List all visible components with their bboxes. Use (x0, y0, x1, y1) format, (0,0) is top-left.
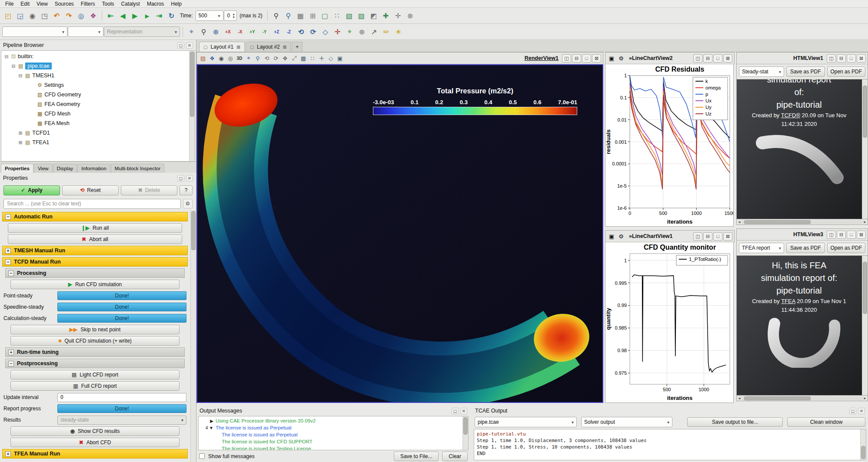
pan-icon[interactable]: ✥ (281, 54, 289, 63)
message-row[interactable]: The license is issued as Perpetual (200, 431, 462, 438)
light-kit-icon[interactable]: ☀ (392, 26, 404, 38)
close-dock-icon[interactable]: ✕ (460, 408, 467, 414)
last-frame-icon[interactable]: ⇥ (153, 10, 165, 22)
open-as-pdf-button[interactable]: Open as PDF (827, 66, 866, 77)
message-row[interactable]: ▶ Using CAE Processor library version 20… (200, 417, 462, 424)
pipeline-item-cfd-geometry[interactable]: ▧ CFD Geometry (1, 90, 195, 99)
camera-undo-icon[interactable]: ◎ (75, 10, 87, 22)
camera-minus-z-icon[interactable]: -Z (283, 26, 295, 38)
html-view1-vscrollbar[interactable] (862, 79, 868, 219)
show-full-messages-checkbox[interactable] (199, 453, 205, 459)
select-points-through-icon[interactable]: ▨ (356, 10, 367, 22)
tcae-stream-combo[interactable]: Solver output▾ (581, 417, 672, 427)
scroll-right-icon[interactable]: ► (863, 220, 867, 224)
message-expand-icon[interactable]: 4 ▼ (200, 426, 213, 430)
maximize-view-icon[interactable]: □ (582, 54, 591, 63)
edit-color-map-icon[interactable]: ❖ (208, 54, 216, 63)
pipeline-item-pipe-tcae[interactable]: ⊟ ▤ pipe.tcae (1, 61, 195, 71)
pick-center-icon[interactable]: ⌖ (344, 26, 356, 38)
section-automatic-run[interactable]: −Automatic Run (2, 212, 188, 221)
next-frame-icon[interactable]: ▸ (141, 10, 153, 22)
frame-spinbox[interactable]: 0 ▲▼ (224, 10, 237, 21)
close-tab-icon[interactable]: ⊠ (236, 45, 240, 50)
camera-minus-y-icon[interactable]: -Y (259, 26, 270, 38)
camera-plus-y-icon[interactable]: +Y (246, 26, 258, 38)
split-horizontal-icon[interactable]: ◫ (562, 54, 571, 63)
menu-filters[interactable]: Filters (77, 0, 99, 7)
view-settings-icon[interactable]: ▣ (607, 54, 616, 63)
mode-3d-icon[interactable]: 3D (235, 54, 244, 63)
save-as-pdf-button[interactable]: Save as PDF (786, 243, 825, 253)
tab-view[interactable]: View (34, 164, 53, 173)
rotate-right-icon[interactable]: ⟳ (272, 54, 280, 63)
first-frame-icon[interactable]: ⇤ (105, 10, 116, 22)
tree-expand-icon[interactable]: ⊟ (11, 63, 16, 69)
tcfd-link[interactable]: TCFD® (781, 112, 800, 119)
pipeline-item-fea-geometry[interactable]: ▧ FEA Geometry (1, 99, 195, 109)
edit-color-map-icon[interactable]: ❖ (87, 10, 99, 22)
select-points-on-icon[interactable]: ∷ (331, 10, 343, 22)
menu-catalyst[interactable]: Catalyst (118, 0, 143, 7)
pipeline-item-tfea1[interactable]: ⊞ ▤ TFEA1 (1, 138, 195, 147)
show-cfd-results-button[interactable]: ◉Show CFD results (10, 426, 180, 436)
ruler-icon[interactable]: ✏ (380, 26, 392, 38)
snap-grid-icon[interactable]: ⊞ (307, 10, 319, 22)
tab-properties[interactable]: Properties (1, 164, 33, 173)
full-cfd-report-button[interactable]: ▥Full CFD report (10, 381, 180, 391)
report-type-combo[interactable]: Steady-stat▾ (739, 66, 784, 77)
tab-information[interactable]: Information (77, 164, 110, 173)
close-view-icon[interactable]: ⊠ (723, 232, 732, 241)
maximize-view-icon[interactable]: □ (847, 54, 856, 63)
tab-display[interactable]: Display (53, 164, 77, 173)
play-icon[interactable]: ▶ (129, 10, 141, 22)
close-dock-icon[interactable]: ✕ (858, 408, 865, 414)
edit-view-gear-icon[interactable]: ⚙ (617, 232, 625, 241)
expand-icon[interactable]: + (5, 248, 11, 254)
menu-file[interactable]: File (2, 0, 17, 7)
loop-icon[interactable]: ↻ (166, 10, 177, 22)
rotate-90-cw-icon[interactable]: ⟳ (307, 26, 319, 38)
zoom-box-icon[interactable]: ⚲ (198, 26, 210, 38)
hover-cells-icon[interactable]: ✛ (392, 10, 404, 22)
delete-button[interactable]: ✖Delete (121, 185, 177, 195)
adjust-camera-icon[interactable]: ◎ (226, 54, 235, 63)
tree-expand-icon[interactable]: ⊞ (18, 130, 23, 136)
close-dock-icon[interactable]: ✕ (186, 42, 193, 49)
scroll-left-icon[interactable]: ◄ (738, 396, 741, 400)
tcfd-report-view[interactable]: simulation report of: pipe-tutorial Crea… (736, 79, 868, 219)
maximize-view-icon[interactable]: □ (713, 232, 722, 241)
section-processing[interactable]: −Processing (5, 268, 185, 278)
undo-icon[interactable]: ↶ (51, 10, 63, 22)
html-view3-hscrollbar[interactable]: ◄ ► (736, 396, 868, 401)
render-viewport[interactable]: Total Pressure (m2/s2) -3.0e-030.10.20.3… (196, 64, 603, 403)
close-view-icon[interactable]: ⊠ (723, 54, 732, 63)
grid-icon[interactable]: ▦ (295, 10, 306, 22)
open-file-icon[interactable]: ◰ (2, 10, 14, 22)
split-vertical-icon[interactable]: ⊟ (837, 231, 846, 239)
pipeline-item-fea-mesh[interactable]: ▦ FEA Mesh (1, 119, 195, 128)
html-view1-hscrollbar[interactable]: ◄ ► (736, 219, 868, 225)
rubber-band-zoom-icon[interactable]: ⚲ (253, 54, 262, 63)
menu-view[interactable]: View (33, 0, 51, 7)
split-horizontal-icon[interactable]: ◫ (693, 54, 702, 63)
collapse-icon[interactable]: − (5, 214, 11, 220)
collapse-icon[interactable]: − (8, 271, 14, 276)
message-row[interactable]: The license is issued for Testing Licens… (200, 445, 462, 450)
pipeline-item-tcfd1[interactable]: ⊞ ▤ TCFD1 (1, 128, 195, 138)
tfea-link[interactable]: TFEA (781, 298, 795, 304)
tfea-report-view[interactable]: Hi, this is FEA simulation report of: pi… (736, 255, 868, 396)
edit-view-gear-icon[interactable]: ⚙ (617, 54, 625, 63)
camera-plus-x-icon[interactable]: +X (222, 26, 234, 38)
color-component-combo[interactable]: ▾ (68, 26, 103, 37)
view-splitter[interactable] (605, 227, 735, 230)
scroll-left-icon[interactable]: ◄ (738, 220, 741, 224)
menu-macros[interactable]: Macros (143, 0, 167, 7)
tcae-output-scrollbar[interactable] (860, 429, 866, 460)
interactive-select-icon[interactable]: ✛ (317, 54, 326, 63)
rotate-90-ccw-icon[interactable]: ⟲ (295, 26, 307, 38)
probe-location-icon[interactable]: ↗ (368, 26, 380, 38)
report-type-combo[interactable]: TFEA report▾ (739, 243, 784, 253)
clear-button[interactable]: Clear (442, 452, 468, 461)
split-horizontal-icon[interactable]: ◫ (693, 232, 702, 241)
color-by-combo[interactable]: ▾ (2, 26, 67, 37)
